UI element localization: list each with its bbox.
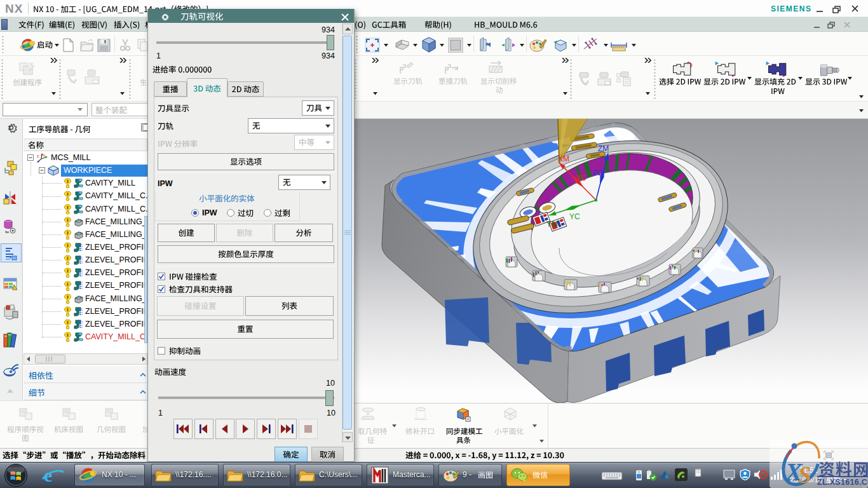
svg-text:Z: Z	[37, 154, 39, 158]
svg-text:XM: XM	[558, 154, 569, 163]
svg-text:YM: YM	[546, 220, 558, 229]
svg-text:Y: Y	[43, 154, 46, 158]
svg-text:YC: YC	[569, 212, 580, 221]
svg-text:XC: XC	[576, 173, 587, 182]
svg-text:ZC: ZC	[592, 168, 602, 177]
svg-text:ZM: ZM	[598, 144, 609, 153]
